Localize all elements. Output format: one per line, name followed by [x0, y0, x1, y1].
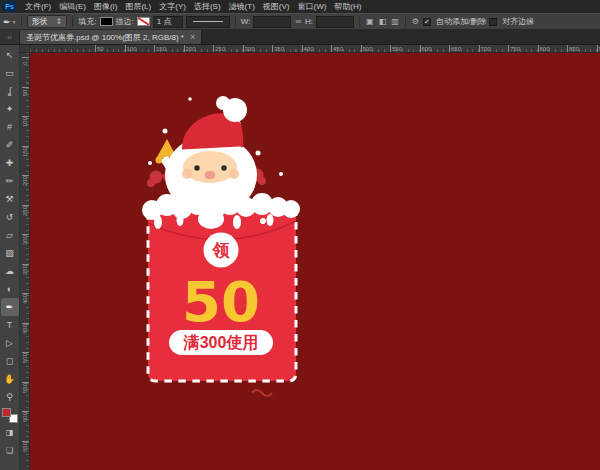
ruler-corner[interactable]: [20, 45, 30, 53]
stroke-style-select[interactable]: [186, 16, 230, 28]
v-ruler-label: 50: [22, 85, 28, 101]
path-arrange-icon[interactable]: ▥: [390, 17, 400, 26]
path-operations-icon[interactable]: ▣: [365, 17, 375, 26]
vertical-ruler[interactable]: 050100150200250300350400450500550600650: [20, 53, 30, 470]
healing-brush-tool[interactable]: ✚: [1, 154, 19, 172]
blur-tool[interactable]: ☁: [1, 262, 19, 280]
h-ruler-label: 350: [272, 45, 284, 53]
menu-i[interactable]: 图像(I): [90, 0, 122, 13]
v-ruler-label: 200: [22, 173, 28, 189]
menu-h[interactable]: 帮助(H): [330, 0, 365, 13]
close-icon[interactable]: ×: [190, 32, 195, 42]
dodge-tool[interactable]: ◐: [1, 280, 19, 298]
chevron-down-icon: ▾: [13, 18, 16, 25]
path-selection-tool[interactable]: ▷: [1, 334, 19, 352]
width-label: W:: [241, 17, 251, 26]
foreground-color-swatch[interactable]: [2, 408, 11, 417]
color-swatches[interactable]: [2, 408, 18, 423]
brush-tool[interactable]: ✏: [1, 172, 19, 190]
shape-width-input[interactable]: [253, 16, 291, 28]
v-ruler-label: 400: [22, 291, 28, 307]
separator: [235, 16, 236, 27]
eyedropper-tool[interactable]: ✐: [1, 136, 19, 154]
hand-tool[interactable]: ✋: [1, 370, 19, 388]
move-tool[interactable]: ↖: [1, 46, 19, 64]
h-ruler-label: 300: [243, 45, 255, 53]
quick-mask-button[interactable]: ◨: [1, 423, 19, 441]
h-ruler-label: 50: [95, 45, 104, 53]
v-ruler-label: 300: [22, 232, 28, 248]
menu-t[interactable]: 滤镜(T): [225, 0, 259, 13]
quick-selection-tool[interactable]: ✦: [1, 100, 19, 118]
h-ruler-label: 900: [597, 45, 600, 53]
menu-f[interactable]: 文件(F): [21, 0, 55, 13]
h-ruler-label: 200: [184, 45, 196, 53]
line-style-preview: [193, 21, 223, 22]
menu-s[interactable]: 选择(S): [190, 0, 225, 13]
h-ruler-label: 600: [420, 45, 432, 53]
stroke-width-field[interactable]: 1 点: [153, 16, 183, 28]
align-edges-checkbox[interactable]: [489, 18, 497, 26]
eraser-tool[interactable]: ▱: [1, 226, 19, 244]
marquee-tool[interactable]: ▭: [1, 64, 19, 82]
path-alignment-icon[interactable]: ◧: [378, 17, 388, 26]
tool-mode-select[interactable]: 形状 ⇕: [27, 15, 68, 28]
menu-e[interactable]: 编辑(E): [55, 0, 90, 13]
zoom-tool[interactable]: ⚲: [1, 388, 19, 406]
h-ruler-label: 400: [302, 45, 314, 53]
santa-eye-left: [194, 165, 199, 170]
menu-y[interactable]: 文字(Y): [155, 0, 190, 13]
align-edges-label: 对齐边缘: [502, 16, 534, 27]
v-ruler-label: 150: [22, 144, 28, 160]
v-ruler-label: 450: [22, 321, 28, 337]
coupon-amount: 50: [182, 269, 260, 334]
h-ruler-label: 500: [361, 45, 373, 53]
v-ruler-label: 650: [22, 439, 28, 455]
fill-color-swatch[interactable]: [100, 17, 113, 26]
separator: [21, 16, 22, 27]
photoshop-logo[interactable]: Ps: [3, 1, 16, 12]
gear-icon[interactable]: ⚙: [411, 17, 420, 26]
menu-items: 文件(F)编辑(E)图像(I)图层(L)文字(Y)选择(S)滤镜(T)视图(V)…: [21, 0, 365, 13]
crop-tool[interactable]: #: [1, 118, 19, 136]
v-ruler-label: 500: [22, 350, 28, 366]
v-ruler-label: 550: [22, 380, 28, 396]
tool-mode-value: 形状: [32, 16, 48, 27]
tools-panel: ↖▭ʆ✦#✐✚✏⚒↺▱▧☁◐✒T▷◻✋⚲◨❏: [0, 45, 20, 470]
pen-tool[interactable]: ✒: [1, 298, 19, 316]
h-ruler-label: 800: [538, 45, 550, 53]
stroke-color-swatch[interactable]: [137, 17, 150, 26]
ribbon-squiggle: [252, 390, 272, 396]
height-label: H:: [305, 17, 313, 26]
horizontal-ruler[interactable]: 5010015020025030035040045050055060065070…: [30, 45, 600, 53]
v-ruler-label: 0: [22, 55, 28, 71]
options-bar: ✒ ▾ 形状 ⇕ 填充: 描边: 1 点 W: ∞ H: ▣ ◧ ▥ ⚙ ✓ 自…: [0, 13, 600, 30]
stroke-label: 描边:: [116, 16, 134, 27]
menu-v[interactable]: 视图(V): [259, 0, 294, 13]
v-ruler-label: 100: [22, 114, 28, 130]
screen-mode-button[interactable]: ❏: [1, 441, 19, 459]
menu-bar: Ps 文件(F)编辑(E)图像(I)图层(L)文字(Y)选择(S)滤镜(T)视图…: [0, 0, 600, 13]
v-ruler-label: 600: [22, 409, 28, 425]
santa-nose: [205, 171, 215, 179]
lasso-tool[interactable]: ʆ: [1, 82, 19, 100]
menu-l[interactable]: 图层(L): [121, 0, 155, 13]
type-tool[interactable]: T: [1, 316, 19, 334]
toolbar-collapse-icon[interactable]: ‹‹: [0, 30, 20, 44]
canvas[interactable]: 领 50 满300使用: [30, 53, 600, 470]
auto-add-delete-checkbox[interactable]: ✓: [423, 18, 431, 26]
history-brush-tool[interactable]: ↺: [1, 208, 19, 226]
gradient-tool[interactable]: ▧: [1, 244, 19, 262]
tool-preset-picker[interactable]: ✒ ▾: [3, 17, 16, 27]
document-tab[interactable]: 圣诞节优惠券.psd @ 100%(图层 2, RGB/8) * ×: [20, 30, 202, 44]
condition-pill: 满300使用: [169, 330, 273, 355]
coupon-artwork: 领 50 满300使用: [30, 53, 600, 470]
pen-tool-icon: ✒: [3, 17, 11, 27]
link-dimensions-icon[interactable]: ∞: [294, 17, 302, 26]
shape-height-input[interactable]: [316, 16, 354, 28]
shape-tool[interactable]: ◻: [1, 352, 19, 370]
condition-text: 满300使用: [183, 334, 259, 351]
menu-w[interactable]: 窗口(W): [293, 0, 330, 13]
h-ruler-label: 750: [508, 45, 520, 53]
clone-stamp-tool[interactable]: ⚒: [1, 190, 19, 208]
